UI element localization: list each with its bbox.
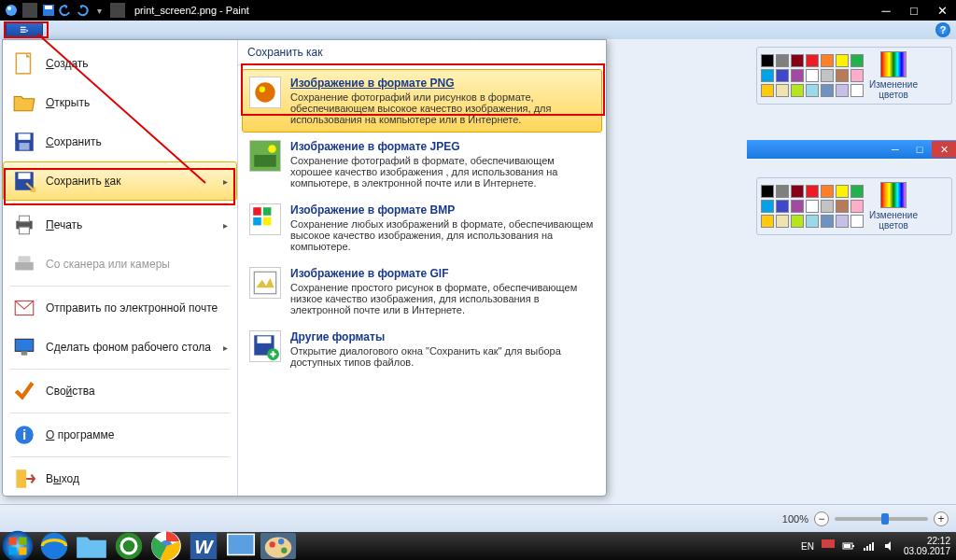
- submenu-arrow-icon: ▸: [223, 176, 228, 187]
- app-icon: [4, 3, 19, 18]
- format-gif[interactable]: Изображение в формате GIFСохранение прос…: [242, 259, 602, 323]
- submenu-arrow-icon: ▸: [223, 220, 228, 231]
- edit-colors-button[interactable]: Изменение цветов: [867, 51, 920, 100]
- format-desc: Сохранение простого рисунок в формате, о…: [290, 282, 595, 315]
- svg-rect-34: [263, 217, 272, 226]
- menu-label: Создать: [46, 57, 89, 70]
- new-file-icon: [12, 51, 36, 76]
- taskbar-explorer[interactable]: [74, 533, 109, 559]
- second-window-titlebar: ─ □ ✕: [747, 140, 956, 159]
- zoom-in-button[interactable]: +: [934, 511, 949, 526]
- title-bar: ▾ print_screen2.png - Paint ─ □ ✕: [0, 0, 956, 21]
- minimize-button-2[interactable]: ─: [883, 141, 907, 158]
- svg-rect-20: [21, 351, 28, 355]
- file-menu-button[interactable]: [6, 21, 43, 38]
- menu-scanner: Со сканера или камеры: [3, 245, 237, 284]
- close-button[interactable]: ✕: [928, 1, 956, 20]
- network-icon[interactable]: [863, 539, 876, 553]
- png-icon: [249, 77, 281, 108]
- svg-rect-6: [21, 32, 26, 33]
- start-button[interactable]: [0, 532, 35, 560]
- submenu-arrow-icon: ▸: [223, 343, 228, 353]
- taskbar-paint[interactable]: [260, 533, 296, 559]
- clock[interactable]: 22:12 03.09.2017: [904, 536, 950, 556]
- save-icon[interactable]: [41, 3, 56, 18]
- svg-rect-15: [20, 227, 30, 234]
- svg-rect-42: [9, 538, 17, 545]
- taskbar-ie[interactable]: [36, 533, 72, 559]
- menu-label: Отправить по электронной почте: [46, 301, 218, 315]
- redo-icon[interactable]: [75, 3, 90, 18]
- menu-about[interactable]: i О программе: [3, 415, 237, 455]
- rainbow-icon: [880, 51, 907, 77]
- svg-point-47: [116, 533, 143, 560]
- svg-rect-65: [872, 542, 874, 551]
- close-button-2[interactable]: ✕: [932, 141, 956, 158]
- format-desc: Сохранение фотографий в формате, обеспеч…: [290, 155, 595, 189]
- menu-save[interactable]: Сохранить: [3, 122, 237, 161]
- format-bmp[interactable]: Изображение в формате BMPСохранение любы…: [242, 196, 602, 259]
- svg-point-41: [3, 531, 34, 560]
- svg-point-56: [278, 539, 284, 544]
- taskbar-word[interactable]: W: [186, 533, 221, 559]
- menu-label: Печать: [46, 218, 82, 231]
- svg-rect-61: [844, 544, 851, 548]
- help-icon[interactable]: ?: [935, 22, 950, 37]
- format-desc: Открытие диалогового окна "Сохранить как…: [290, 345, 595, 368]
- format-jpeg[interactable]: Изображение в формате JPEGСохранение фот…: [242, 133, 602, 196]
- menu-save-as[interactable]: Сохранить как ▸: [3, 161, 237, 201]
- desktop-icon: [12, 335, 36, 359]
- color-swatches[interactable]: [761, 54, 864, 97]
- svg-rect-16: [15, 262, 34, 271]
- zoom-out-button[interactable]: −: [814, 511, 829, 526]
- window-controls: ─ □ ✕: [872, 1, 956, 20]
- battery-icon[interactable]: [842, 539, 855, 553]
- edit-colors-button-2[interactable]: Изменение цветов: [867, 182, 920, 231]
- taskbar-chrome[interactable]: [148, 533, 184, 559]
- svg-rect-23: [16, 469, 26, 488]
- menu-label: Открыть: [46, 96, 90, 109]
- menu-label: Сохранить: [46, 135, 102, 148]
- quick-access-toolbar: ▾: [0, 3, 131, 18]
- svg-rect-53: [228, 534, 255, 554]
- zoom-slider[interactable]: [835, 517, 928, 521]
- menu-properties[interactable]: Свойства: [3, 371, 237, 411]
- undo-icon[interactable]: [58, 3, 73, 18]
- svg-rect-62: [864, 548, 865, 551]
- jpeg-icon: [249, 140, 281, 172]
- svg-point-25: [255, 82, 274, 102]
- color-swatches-2[interactable]: [761, 185, 864, 228]
- info-icon: i: [12, 423, 36, 447]
- menu-email[interactable]: Отправить по электронной почте: [3, 288, 237, 328]
- menu-print[interactable]: Печать ▸: [3, 205, 237, 245]
- svg-rect-32: [263, 207, 272, 216]
- menu-open[interactable]: Открыть: [3, 83, 237, 122]
- email-icon: [12, 296, 36, 320]
- maximize-button-2[interactable]: □: [907, 141, 932, 158]
- maximize-button[interactable]: □: [900, 1, 928, 20]
- volume-icon[interactable]: [883, 539, 896, 553]
- format-other[interactable]: Другие форматыОткрытие диалогового окна …: [242, 323, 602, 375]
- menu-create[interactable]: Создать: [3, 44, 237, 83]
- flag-icon[interactable]: [822, 539, 835, 553]
- svg-rect-3: [45, 6, 52, 9]
- minimize-button[interactable]: ─: [872, 1, 900, 20]
- menu-exit[interactable]: Выход: [3, 459, 237, 498]
- taskbar-window[interactable]: [223, 533, 259, 559]
- svg-rect-31: [253, 207, 261, 216]
- ribbon: ?: [0, 21, 956, 39]
- svg-point-29: [268, 145, 276, 153]
- svg-rect-33: [253, 217, 261, 226]
- svg-rect-38: [257, 336, 271, 343]
- svg-rect-43: [19, 538, 26, 545]
- format-png[interactable]: Изображение в формате PNGСохранение фото…: [242, 69, 602, 133]
- svg-rect-64: [869, 544, 871, 551]
- taskbar-app-green[interactable]: [111, 533, 147, 559]
- menu-wallpaper[interactable]: Сделать фоном рабочего стола ▸: [3, 328, 237, 367]
- svg-rect-58: [822, 539, 835, 548]
- svg-rect-17: [19, 256, 31, 262]
- lang-indicator[interactable]: EN: [801, 541, 814, 552]
- customize-qat-icon[interactable]: ▾: [91, 3, 106, 18]
- svg-rect-44: [9, 547, 17, 554]
- format-title: Изображение в формате PNG: [290, 77, 595, 90]
